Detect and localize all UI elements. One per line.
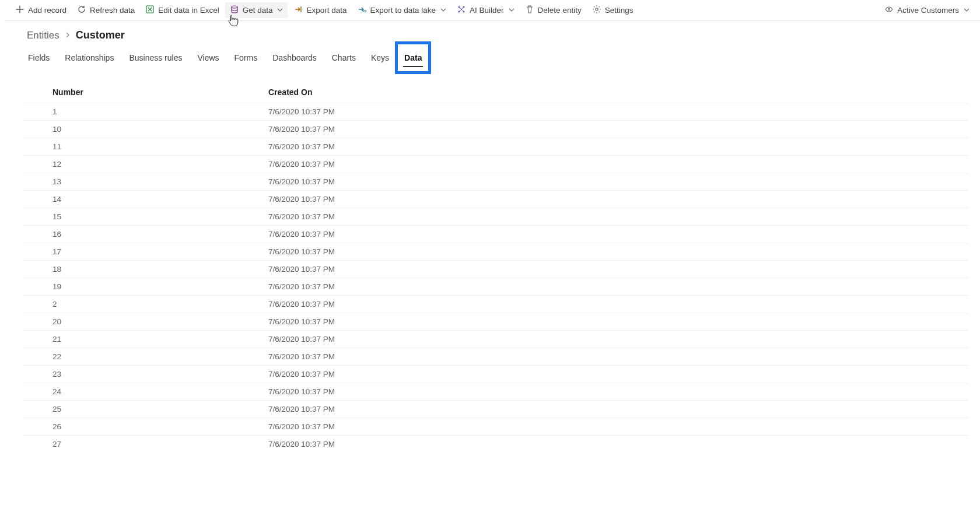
svg-point-7 xyxy=(595,8,597,10)
refresh-icon xyxy=(77,5,86,16)
table-row[interactable]: 117/6/2020 10:37 PM xyxy=(23,138,968,156)
tab-data[interactable]: Data xyxy=(403,50,423,66)
svg-point-8 xyxy=(888,8,890,10)
tab-charts[interactable]: Charts xyxy=(331,50,357,66)
table-row[interactable]: 197/6/2020 10:37 PM xyxy=(23,278,968,296)
table-row[interactable]: 177/6/2020 10:37 PM xyxy=(23,243,968,261)
table-row[interactable]: 237/6/2020 10:37 PM xyxy=(23,366,968,383)
table-row[interactable]: 247/6/2020 10:37 PM xyxy=(23,383,968,401)
lake-icon xyxy=(358,5,367,16)
chevron-down-icon[interactable] xyxy=(440,6,446,15)
cell-number: 15 xyxy=(23,208,239,226)
cell-created-on: 7/6/2020 10:37 PM xyxy=(239,401,968,418)
table-row[interactable]: 107/6/2020 10:37 PM xyxy=(23,121,968,138)
entity-tabs: FieldsRelationshipsBusiness rulesViewsFo… xyxy=(5,44,980,66)
cell-created-on: 7/6/2020 10:37 PM xyxy=(239,208,968,226)
add-record-button[interactable]: Add record xyxy=(10,2,71,18)
cell-number: 26 xyxy=(23,418,239,436)
cell-created-on: 7/6/2020 10:37 PM xyxy=(239,103,968,121)
cell-number: 27 xyxy=(23,436,239,453)
table-row[interactable]: 127/6/2020 10:37 PM xyxy=(23,156,968,173)
column-header-created[interactable]: Created On xyxy=(239,82,968,103)
export-data-label: Export data xyxy=(306,6,346,15)
cell-number: 10 xyxy=(23,121,239,138)
ai-builder-label: AI Builder xyxy=(470,6,504,15)
export-lake-label: Export to data lake xyxy=(370,6,436,15)
add-record-label: Add record xyxy=(28,6,66,15)
view-selector-label: Active Customers xyxy=(897,6,959,15)
settings-button[interactable]: Settings xyxy=(587,2,638,18)
cell-number: 1 xyxy=(23,103,239,121)
eye-icon xyxy=(884,5,894,16)
delete-entity-button[interactable]: Delete entity xyxy=(520,2,586,18)
tab-fields[interactable]: Fields xyxy=(27,50,51,66)
cell-created-on: 7/6/2020 10:37 PM xyxy=(239,331,968,348)
export-data-button[interactable]: Export data xyxy=(289,2,351,18)
table-row[interactable]: 27/6/2020 10:37 PM xyxy=(23,296,968,313)
view-selector-button[interactable]: Active Customers xyxy=(880,2,974,18)
data-grid-scroll[interactable]: Number Created On 17/6/2020 10:37 PM107/… xyxy=(23,82,968,515)
cell-created-on: 7/6/2020 10:37 PM xyxy=(239,243,968,261)
cell-number: 23 xyxy=(23,366,239,383)
table-row[interactable]: 157/6/2020 10:37 PM xyxy=(23,208,968,226)
command-bar-right: Active Customers xyxy=(880,2,974,18)
cell-created-on: 7/6/2020 10:37 PM xyxy=(239,383,968,401)
excel-icon xyxy=(145,5,155,16)
edit-excel-label: Edit data in Excel xyxy=(158,6,219,15)
cell-created-on: 7/6/2020 10:37 PM xyxy=(239,418,968,436)
chevron-down-icon[interactable] xyxy=(277,6,283,15)
get-data-button[interactable]: Get data xyxy=(225,2,288,18)
tab-dashboards[interactable]: Dashboards xyxy=(271,50,318,66)
column-header-number[interactable]: Number xyxy=(23,82,239,103)
ai-builder-button[interactable]: AI Builder xyxy=(452,2,519,18)
breadcrumb-area: Entities Customer xyxy=(5,21,980,44)
breadcrumb: Entities Customer xyxy=(27,29,980,41)
refresh-data-label: Refresh data xyxy=(90,6,135,15)
cell-number: 24 xyxy=(23,383,239,401)
cell-number: 13 xyxy=(23,173,239,191)
svg-point-2 xyxy=(363,10,366,12)
table-row[interactable]: 137/6/2020 10:37 PM xyxy=(23,173,968,191)
cell-number: 2 xyxy=(23,296,239,313)
trash-icon xyxy=(525,5,534,16)
command-bar: Add record Refresh data Edit data in Exc… xyxy=(5,0,980,21)
cell-number: 17 xyxy=(23,243,239,261)
table-row[interactable]: 17/6/2020 10:37 PM xyxy=(23,103,968,121)
cell-number: 20 xyxy=(23,313,239,331)
chevron-down-icon[interactable] xyxy=(509,6,514,15)
cell-created-on: 7/6/2020 10:37 PM xyxy=(239,366,968,383)
table-row[interactable]: 227/6/2020 10:37 PM xyxy=(23,348,968,366)
table-row[interactable]: 267/6/2020 10:37 PM xyxy=(23,418,968,436)
table-row[interactable]: 147/6/2020 10:37 PM xyxy=(23,191,968,208)
cell-created-on: 7/6/2020 10:37 PM xyxy=(239,313,968,331)
export-icon xyxy=(293,5,303,16)
cell-number: 25 xyxy=(23,401,239,418)
table-row[interactable]: 257/6/2020 10:37 PM xyxy=(23,401,968,418)
chevron-right-icon xyxy=(64,30,71,41)
tab-keys[interactable]: Keys xyxy=(370,50,390,66)
cell-created-on: 7/6/2020 10:37 PM xyxy=(239,226,968,243)
table-row[interactable]: 277/6/2020 10:37 PM xyxy=(23,436,968,453)
cell-number: 12 xyxy=(23,156,239,173)
cell-number: 11 xyxy=(23,138,239,156)
breadcrumb-root[interactable]: Entities xyxy=(27,30,60,41)
table-row[interactable]: 167/6/2020 10:37 PM xyxy=(23,226,968,243)
table-row[interactable]: 187/6/2020 10:37 PM xyxy=(23,261,968,278)
data-grid: Number Created On 17/6/2020 10:37 PM107/… xyxy=(23,82,968,453)
cell-created-on: 7/6/2020 10:37 PM xyxy=(239,436,968,453)
command-bar-left: Add record Refresh data Edit data in Exc… xyxy=(10,2,638,18)
breadcrumb-current: Customer xyxy=(76,29,125,41)
tab-views[interactable]: Views xyxy=(196,50,220,66)
tab-forms[interactable]: Forms xyxy=(233,50,259,66)
cell-number: 18 xyxy=(23,261,239,278)
tab-business-rules[interactable]: Business rules xyxy=(128,50,183,66)
chevron-down-icon[interactable] xyxy=(964,6,970,15)
table-row[interactable]: 207/6/2020 10:37 PM xyxy=(23,313,968,331)
cell-number: 21 xyxy=(23,331,239,348)
cell-created-on: 7/6/2020 10:37 PM xyxy=(239,191,968,208)
refresh-data-button[interactable]: Refresh data xyxy=(72,2,139,18)
export-lake-button[interactable]: Export to data lake xyxy=(353,2,452,18)
tab-relationships[interactable]: Relationships xyxy=(64,50,115,66)
table-row[interactable]: 217/6/2020 10:37 PM xyxy=(23,331,968,348)
edit-excel-button[interactable]: Edit data in Excel xyxy=(141,2,223,18)
